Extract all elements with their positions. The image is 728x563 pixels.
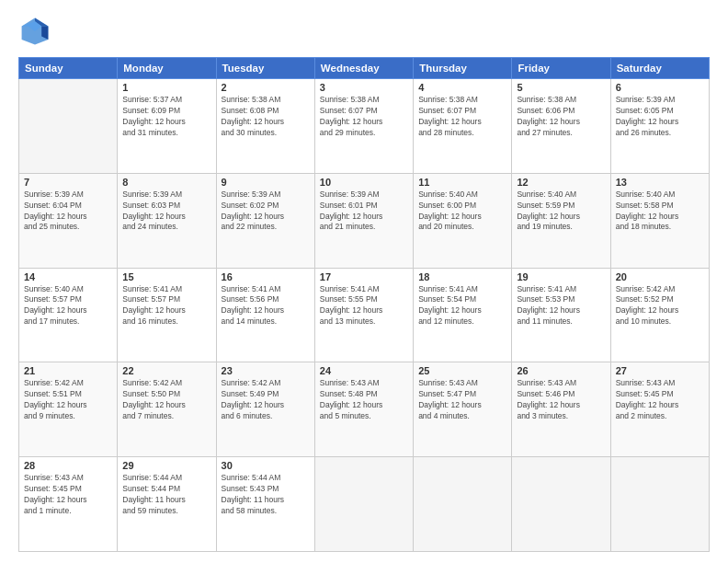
day-number: 18 bbox=[418, 271, 506, 282]
week-row-3: 21Sunrise: 5:42 AM Sunset: 5:51 PM Dayli… bbox=[19, 362, 710, 457]
calendar-body: 1Sunrise: 5:37 AM Sunset: 6:09 PM Daylig… bbox=[19, 79, 710, 552]
calendar-cell: 28Sunrise: 5:43 AM Sunset: 5:45 PM Dayli… bbox=[19, 457, 118, 552]
day-number: 23 bbox=[222, 365, 310, 376]
day-number: 6 bbox=[616, 82, 704, 93]
day-info: Sunrise: 5:42 AM Sunset: 5:50 PM Dayligh… bbox=[122, 378, 210, 422]
week-row-1: 7Sunrise: 5:39 AM Sunset: 6:04 PM Daylig… bbox=[19, 173, 710, 268]
calendar-cell: 10Sunrise: 5:39 AM Sunset: 6:01 PM Dayli… bbox=[314, 173, 413, 268]
calendar-cell: 11Sunrise: 5:40 AM Sunset: 6:00 PM Dayli… bbox=[414, 173, 512, 268]
day-number: 2 bbox=[222, 82, 310, 93]
calendar-cell: 25Sunrise: 5:43 AM Sunset: 5:47 PM Dayli… bbox=[414, 362, 512, 457]
day-number: 29 bbox=[122, 460, 210, 471]
day-number: 12 bbox=[517, 177, 605, 188]
day-info: Sunrise: 5:44 AM Sunset: 5:44 PM Dayligh… bbox=[122, 473, 210, 517]
calendar-cell: 1Sunrise: 5:37 AM Sunset: 6:09 PM Daylig… bbox=[118, 79, 216, 174]
day-info: Sunrise: 5:40 AM Sunset: 5:58 PM Dayligh… bbox=[616, 190, 704, 234]
calendar-cell: 19Sunrise: 5:41 AM Sunset: 5:53 PM Dayli… bbox=[512, 268, 610, 362]
day-number: 5 bbox=[517, 82, 605, 93]
day-info: Sunrise: 5:38 AM Sunset: 6:07 PM Dayligh… bbox=[418, 95, 506, 139]
calendar-cell: 2Sunrise: 5:38 AM Sunset: 6:08 PM Daylig… bbox=[216, 79, 314, 174]
weekday-header-wednesday: Wednesday bbox=[314, 58, 413, 79]
page: SundayMondayTuesdayWednesdayThursdayFrid… bbox=[0, 0, 728, 563]
day-info: Sunrise: 5:41 AM Sunset: 5:55 PM Dayligh… bbox=[320, 284, 408, 328]
weekday-header-saturday: Saturday bbox=[610, 58, 709, 79]
calendar-cell bbox=[314, 457, 413, 552]
day-number: 21 bbox=[24, 365, 112, 376]
calendar-table: SundayMondayTuesdayWednesdayThursdayFrid… bbox=[18, 57, 710, 552]
calendar-cell: 23Sunrise: 5:42 AM Sunset: 5:49 PM Dayli… bbox=[216, 362, 314, 457]
day-info: Sunrise: 5:43 AM Sunset: 5:47 PM Dayligh… bbox=[418, 378, 506, 422]
day-number: 8 bbox=[122, 177, 210, 188]
day-number: 25 bbox=[418, 365, 506, 376]
calendar-cell: 9Sunrise: 5:39 AM Sunset: 6:02 PM Daylig… bbox=[216, 173, 314, 268]
calendar-header: SundayMondayTuesdayWednesdayThursdayFrid… bbox=[19, 58, 710, 79]
calendar-cell: 30Sunrise: 5:44 AM Sunset: 5:43 PM Dayli… bbox=[216, 457, 314, 552]
calendar-cell: 15Sunrise: 5:41 AM Sunset: 5:57 PM Dayli… bbox=[118, 268, 216, 362]
day-info: Sunrise: 5:41 AM Sunset: 5:56 PM Dayligh… bbox=[222, 284, 310, 328]
day-number: 1 bbox=[122, 82, 210, 93]
day-info: Sunrise: 5:39 AM Sunset: 6:01 PM Dayligh… bbox=[320, 190, 408, 234]
day-number: 3 bbox=[320, 82, 408, 93]
day-info: Sunrise: 5:38 AM Sunset: 6:08 PM Dayligh… bbox=[222, 95, 310, 139]
day-info: Sunrise: 5:44 AM Sunset: 5:43 PM Dayligh… bbox=[222, 473, 310, 517]
calendar-cell: 24Sunrise: 5:43 AM Sunset: 5:48 PM Dayli… bbox=[314, 362, 413, 457]
calendar-cell: 21Sunrise: 5:42 AM Sunset: 5:51 PM Dayli… bbox=[19, 362, 118, 457]
weekday-header-thursday: Thursday bbox=[414, 58, 512, 79]
day-info: Sunrise: 5:38 AM Sunset: 6:07 PM Dayligh… bbox=[320, 95, 408, 139]
day-number: 19 bbox=[517, 271, 605, 282]
calendar-cell bbox=[414, 457, 512, 552]
calendar-cell: 18Sunrise: 5:41 AM Sunset: 5:54 PM Dayli… bbox=[414, 268, 512, 362]
day-number: 11 bbox=[418, 177, 506, 188]
calendar-cell bbox=[19, 79, 118, 174]
day-info: Sunrise: 5:41 AM Sunset: 5:54 PM Dayligh… bbox=[418, 284, 506, 328]
day-number: 30 bbox=[222, 460, 310, 471]
calendar-cell: 17Sunrise: 5:41 AM Sunset: 5:55 PM Dayli… bbox=[314, 268, 413, 362]
weekday-header-tuesday: Tuesday bbox=[216, 58, 314, 79]
day-info: Sunrise: 5:42 AM Sunset: 5:49 PM Dayligh… bbox=[222, 378, 310, 422]
weekday-header-sunday: Sunday bbox=[19, 58, 118, 79]
day-info: Sunrise: 5:41 AM Sunset: 5:57 PM Dayligh… bbox=[122, 284, 210, 328]
weekday-header-monday: Monday bbox=[118, 58, 216, 79]
calendar-cell: 12Sunrise: 5:40 AM Sunset: 5:59 PM Dayli… bbox=[512, 173, 610, 268]
day-number: 13 bbox=[616, 177, 704, 188]
week-row-0: 1Sunrise: 5:37 AM Sunset: 6:09 PM Daylig… bbox=[19, 79, 710, 174]
calendar-cell: 16Sunrise: 5:41 AM Sunset: 5:56 PM Dayli… bbox=[216, 268, 314, 362]
weekday-header-friday: Friday bbox=[512, 58, 610, 79]
logo-icon bbox=[18, 15, 51, 48]
day-number: 22 bbox=[122, 365, 210, 376]
day-info: Sunrise: 5:39 AM Sunset: 6:04 PM Dayligh… bbox=[24, 190, 112, 234]
day-info: Sunrise: 5:40 AM Sunset: 5:59 PM Dayligh… bbox=[517, 190, 605, 234]
calendar-cell: 22Sunrise: 5:42 AM Sunset: 5:50 PM Dayli… bbox=[118, 362, 216, 457]
day-info: Sunrise: 5:42 AM Sunset: 5:52 PM Dayligh… bbox=[616, 284, 704, 328]
day-number: 26 bbox=[517, 365, 605, 376]
day-number: 20 bbox=[616, 271, 704, 282]
day-number: 9 bbox=[222, 177, 310, 188]
day-info: Sunrise: 5:39 AM Sunset: 6:05 PM Dayligh… bbox=[616, 95, 704, 139]
weekday-header-row: SundayMondayTuesdayWednesdayThursdayFrid… bbox=[19, 58, 710, 79]
day-number: 10 bbox=[320, 177, 408, 188]
day-number: 27 bbox=[616, 365, 704, 376]
calendar-cell: 5Sunrise: 5:38 AM Sunset: 6:06 PM Daylig… bbox=[512, 79, 610, 174]
day-info: Sunrise: 5:43 AM Sunset: 5:46 PM Dayligh… bbox=[517, 378, 605, 422]
calendar-cell: 4Sunrise: 5:38 AM Sunset: 6:07 PM Daylig… bbox=[414, 79, 512, 174]
calendar-cell: 8Sunrise: 5:39 AM Sunset: 6:03 PM Daylig… bbox=[118, 173, 216, 268]
week-row-4: 28Sunrise: 5:43 AM Sunset: 5:45 PM Dayli… bbox=[19, 457, 710, 552]
calendar-cell: 29Sunrise: 5:44 AM Sunset: 5:44 PM Dayli… bbox=[118, 457, 216, 552]
header bbox=[18, 15, 710, 48]
day-info: Sunrise: 5:39 AM Sunset: 6:03 PM Dayligh… bbox=[122, 190, 210, 234]
day-number: 17 bbox=[320, 271, 408, 282]
day-number: 7 bbox=[24, 177, 112, 188]
calendar-cell: 6Sunrise: 5:39 AM Sunset: 6:05 PM Daylig… bbox=[610, 79, 709, 174]
day-info: Sunrise: 5:40 AM Sunset: 5:57 PM Dayligh… bbox=[24, 284, 112, 328]
day-number: 16 bbox=[222, 271, 310, 282]
calendar-cell bbox=[610, 457, 709, 552]
day-info: Sunrise: 5:42 AM Sunset: 5:51 PM Dayligh… bbox=[24, 378, 112, 422]
day-info: Sunrise: 5:40 AM Sunset: 6:00 PM Dayligh… bbox=[418, 190, 506, 234]
day-info: Sunrise: 5:43 AM Sunset: 5:45 PM Dayligh… bbox=[616, 378, 704, 422]
day-info: Sunrise: 5:41 AM Sunset: 5:53 PM Dayligh… bbox=[517, 284, 605, 328]
day-info: Sunrise: 5:43 AM Sunset: 5:48 PM Dayligh… bbox=[320, 378, 408, 422]
day-info: Sunrise: 5:37 AM Sunset: 6:09 PM Dayligh… bbox=[122, 95, 210, 139]
calendar-cell: 20Sunrise: 5:42 AM Sunset: 5:52 PM Dayli… bbox=[610, 268, 709, 362]
calendar-cell: 3Sunrise: 5:38 AM Sunset: 6:07 PM Daylig… bbox=[314, 79, 413, 174]
day-number: 24 bbox=[320, 365, 408, 376]
